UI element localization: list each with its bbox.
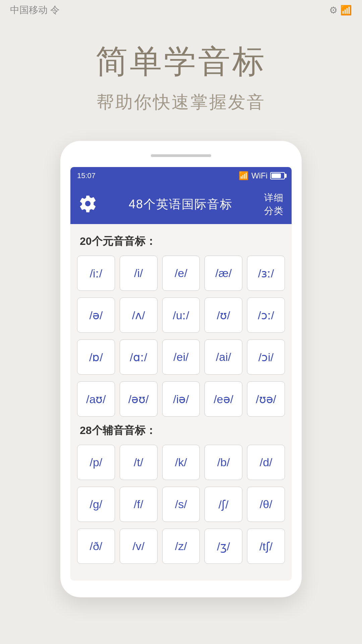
vowels-section-header: 20个元音音标：: [80, 234, 285, 249]
phoneme-b[interactable]: /b/: [204, 445, 242, 480]
page-background: 中国移动 令 ⚙ 📶 简单学音标 帮助你快速掌握发音 15:07 📶 WiFi: [0, 0, 362, 644]
gear-button[interactable]: [78, 194, 97, 214]
phone-notch: [151, 154, 211, 157]
vowel-row-1: /iː/ /i/ /e/ /æ/ /ɜː/: [77, 256, 285, 291]
consonants-section: 28个辅音音标： /p/ /t/ /k/ /b/ /d/ /g/ /f/ /s/…: [77, 423, 285, 564]
consonant-row-3: /ð/ /v/ /z/ /ʒ/ /tʃ/: [77, 529, 285, 564]
app-title-bar: 48个英语国际音标 详细 分类: [70, 184, 292, 224]
phoneme-eə[interactable]: /eə/: [204, 381, 242, 417]
phoneme-ð[interactable]: /ð/: [77, 529, 115, 564]
system-icons: ⚙ 📶: [329, 5, 352, 16]
phoneme-ai[interactable]: /ai/: [204, 339, 242, 375]
vowel-row-4: /aʊ/ /əʊ/ /iə/ /eə/ /ʊə/: [77, 381, 285, 417]
battery-icon: [270, 172, 285, 179]
wifi-icon: WiFi: [251, 171, 267, 180]
phoneme-ei[interactable]: /ei/: [162, 339, 200, 375]
phoneme-ɑː[interactable]: /ɑː/: [120, 339, 158, 375]
phoneme-v[interactable]: /v/: [120, 529, 158, 564]
phoneme-p[interactable]: /p/: [77, 445, 115, 480]
phoneme-k[interactable]: /k/: [162, 445, 200, 480]
phone-status-icons: 📶 WiFi: [239, 171, 285, 180]
detail-btn[interactable]: 详细 分类: [264, 191, 284, 217]
phoneme-θ[interactable]: /θ/: [247, 487, 285, 522]
phoneme-iə[interactable]: /iə/: [162, 381, 200, 417]
phoneme-ʃ[interactable]: /ʃ/: [204, 487, 242, 522]
phoneme-ɒ[interactable]: /ɒ/: [77, 339, 115, 375]
phone-status-bar: 15:07 📶 WiFi: [70, 167, 292, 184]
carrier-info: 中国移动 令: [10, 4, 60, 16]
phoneme-aʊ[interactable]: /aʊ/: [77, 381, 115, 417]
system-status-bar: 中国移动 令 ⚙ 📶: [0, 0, 362, 20]
phoneme-ʊ[interactable]: /ʊ/: [204, 298, 242, 333]
phoneme-s[interactable]: /s/: [162, 487, 200, 522]
phoneme-z[interactable]: /z/: [162, 529, 200, 564]
phoneme-f[interactable]: /f/: [120, 487, 158, 522]
app-title-text: 48个英语国际音标: [129, 196, 233, 213]
signal-icon: 📶: [239, 171, 249, 180]
phoneme-ʌ[interactable]: /ʌ/: [120, 298, 158, 333]
phoneme-tʃ[interactable]: /tʃ/: [247, 529, 285, 564]
phoneme-ɔː[interactable]: /ɔː/: [247, 298, 285, 333]
phoneme-æ[interactable]: /æ/: [204, 256, 242, 291]
vowel-row-2: /ə/ /ʌ/ /uː/ /ʊ/ /ɔː/: [77, 298, 285, 333]
phoneme-uː[interactable]: /uː/: [162, 298, 200, 333]
phoneme-ɜː[interactable]: /ɜː/: [247, 256, 285, 291]
phone-mockup: 15:07 📶 WiFi 48个英语国际音标 详细 分类 2: [60, 141, 302, 597]
phone-time: 15:07: [77, 171, 96, 180]
phoneme-i[interactable]: /i/: [120, 256, 158, 291]
phoneme-ʒ[interactable]: /ʒ/: [204, 529, 242, 564]
phoneme-t[interactable]: /t/: [120, 445, 158, 480]
vowel-row-3: /ɒ/ /ɑː/ /ei/ /ai/ /ɔi/: [77, 339, 285, 375]
phoneme-iː[interactable]: /iː/: [77, 256, 115, 291]
phoneme-e[interactable]: /e/: [162, 256, 200, 291]
consonants-section-header: 28个辅音音标：: [80, 423, 285, 438]
sub-title: 帮助你快速掌握发音: [96, 91, 266, 114]
phoneme-əʊ[interactable]: /əʊ/: [120, 381, 158, 417]
consonant-row-1: /p/ /t/ /k/ /b/ /d/: [77, 445, 285, 480]
consonant-row-2: /g/ /f/ /s/ /ʃ/ /θ/: [77, 487, 285, 522]
header-section: 简单学音标 帮助你快速掌握发音: [96, 40, 266, 114]
main-title: 简单学音标: [96, 40, 266, 84]
phoneme-d[interactable]: /d/: [247, 445, 285, 480]
phoneme-g[interactable]: /g/: [77, 487, 115, 522]
phoneme-ə[interactable]: /ə/: [77, 298, 115, 333]
phoneme-ɔi[interactable]: /ɔi/: [247, 339, 285, 375]
phone-content: 20个元音音标： /iː/ /i/ /e/ /æ/ /ɜː/ /ə/ /ʌ/ /…: [70, 224, 292, 581]
phoneme-ʊə[interactable]: /ʊə/: [247, 381, 285, 417]
